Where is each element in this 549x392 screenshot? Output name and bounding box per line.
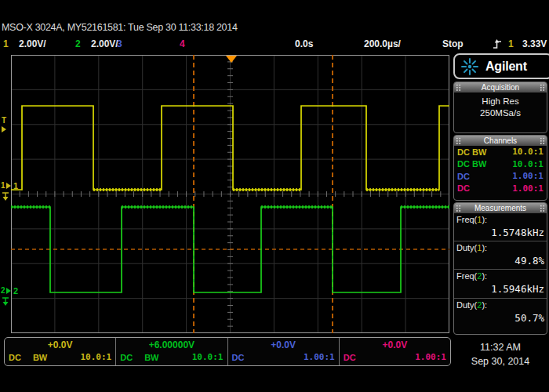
channel-probe-ratio: 10.0:1 [512, 159, 544, 169]
measurement-label: Duty(1): [456, 242, 544, 254]
waveform-display[interactable] [11, 55, 449, 333]
ch1-ground-icon [2, 192, 9, 201]
oscilloscope-screen: MSO-X 3024A, MY52161581: Tue Sep 30 11:3… [0, 0, 549, 392]
channel-row[interactable]: DC BW10.0:1 [454, 146, 547, 158]
measurement-label: Freq(2): [456, 270, 544, 282]
grip-icon [456, 84, 461, 91]
measurement-item: Freq(1):1.5748kHz [454, 213, 547, 241]
channel-bw-limit: BW [33, 353, 47, 362]
channel-coupling: DC BW [457, 147, 486, 157]
grip-icon [456, 205, 461, 212]
measurement-value: 1.5748kHz [456, 226, 544, 240]
clock: 11:32 AM Sep 30, 2014 [453, 340, 547, 368]
timebase-readout[interactable]: 200.0µs/ [364, 38, 401, 49]
trigger-level-readout[interactable]: 3.33V [522, 38, 547, 49]
channel-offset-value: +0.0V [9, 339, 111, 351]
ch1-marker-label: 1 [1, 182, 5, 190]
trigger-level-arrow-icon [2, 126, 6, 132]
trigger-source-readout[interactable]: 1 [508, 38, 514, 49]
channel-offset-value: +0.0V [344, 339, 446, 351]
channel-coupling: DC [120, 353, 133, 362]
measurement-item: Duty(1):49.8% [454, 241, 547, 270]
channel-settings-panel[interactable]: +0.0VDC1.00:1 [340, 338, 450, 365]
measurement-value: 49.8% [456, 254, 544, 268]
acquisition-header-label: Acquisition [482, 83, 519, 92]
measurement-item: Freq(2):1.5946kHz [454, 270, 547, 298]
agilent-logo-icon [460, 57, 479, 76]
brand-name: Agilent [485, 60, 527, 74]
channel-probe-ratio: 1.00:1 [304, 352, 335, 362]
channel-coupling: DC [232, 353, 245, 362]
sidebar: Agilent Acquisition High Res 250MSa/s Ch… [453, 53, 547, 333]
channel-bw-limit: BW [144, 353, 158, 362]
ch2-marker-arrow-icon [6, 288, 11, 294]
brand-box: Agilent [453, 53, 549, 79]
measurements-section: Measurements Freq(1):1.5748kHzDuty(1):49… [453, 202, 547, 335]
channel-settings-bar: +0.0VDCBW10.0:1+6.00000VDCBW10.0:1+0.0VD… [4, 337, 451, 366]
channel-coupling: DC BW [457, 159, 486, 169]
grip-icon [540, 205, 545, 212]
channel-probe-ratio: 10.0:1 [192, 352, 224, 362]
channels-header-label: Channels [484, 136, 517, 145]
channel-settings-panel[interactable]: +0.0VDCBW10.0:1 [5, 338, 116, 365]
measurement-value: 50.7% [456, 311, 544, 325]
channel-coupling: DC [344, 353, 356, 362]
grip-icon [540, 84, 545, 91]
acquisition-section: Acquisition High Res 250MSa/s [453, 82, 547, 133]
waveform-plot-area [11, 55, 449, 333]
channel-coupling: DC [457, 172, 470, 181]
trigger-level-letter: T [2, 117, 6, 125]
acquisition-header[interactable]: Acquisition [454, 82, 547, 93]
trigger-level-marker[interactable]: T [2, 117, 6, 132]
channel-offset-value: +6.00000V [120, 339, 223, 351]
clock-date: Sep 30, 2014 [453, 354, 547, 368]
ch3-number[interactable]: 3 [117, 38, 122, 49]
measurement-label: Duty(2): [456, 299, 544, 311]
ch1-scale-readout[interactable]: 2.00V/ [19, 38, 46, 49]
trigger-edge-icon [493, 38, 502, 49]
ch2-ground-marker[interactable]: 2 [1, 287, 11, 295]
channels-section: Channels DC BW10.0:1DC BW10.0:1DC1.00:1D… [453, 135, 547, 201]
channel-row[interactable]: DC BW10.0:1 [454, 158, 547, 171]
ch1-number[interactable]: 1 [3, 38, 9, 49]
channel-probe-ratio: 10.0:1 [512, 147, 544, 157]
clock-time: 11:32 AM [453, 340, 547, 354]
channels-header[interactable]: Channels [454, 136, 547, 146]
channel-probe-ratio: 1.00:1 [415, 352, 446, 362]
measurement-value: 1.5946kHz [456, 282, 544, 296]
measurements-header[interactable]: Measurements [454, 203, 547, 213]
channel-coupling: DC [9, 353, 21, 362]
ch2-scale-readout[interactable]: 2.00V/ [91, 38, 118, 49]
ch1-marker-arrow-icon [6, 183, 11, 189]
ch2-number[interactable]: 2 [75, 38, 81, 49]
channel-row[interactable]: DC1.00:1 [454, 170, 547, 183]
status-bar: 1 2.00V/ 2 2.00V/ 3 4 0.0s 200.0µs/ Stop… [0, 37, 549, 52]
acquisition-mode: High Res [454, 96, 547, 107]
measurement-item: Duty(2):50.7% [454, 299, 547, 327]
channel-row[interactable]: DC1.00:1 [454, 183, 547, 195]
channel-probe-ratio: 10.0:1 [81, 352, 112, 362]
ch1-ground-marker[interactable]: 1 [1, 182, 11, 190]
grip-icon [456, 137, 461, 144]
run-state-indicator: Stop [442, 38, 464, 49]
ch4-number[interactable]: 4 [180, 38, 185, 49]
model-serial-title: MSO-X 3024A, MY52161581: Tue Sep 30 11:3… [2, 22, 238, 33]
time-offset-readout[interactable]: 0.0s [295, 38, 313, 49]
ch2-marker-label: 2 [1, 287, 5, 295]
measurements-header-label: Measurements [474, 204, 526, 212]
sample-rate: 250MSa/s [454, 107, 547, 119]
channel-offset-value: +0.0V [232, 339, 335, 351]
ch2-ground-icon [2, 297, 9, 307]
channel-settings-panel[interactable]: +0.0VDC1.00:1 [228, 338, 340, 365]
channel-probe-ratio: 1.00:1 [512, 171, 544, 181]
channel-coupling: DC [457, 183, 470, 193]
channel-settings-panel[interactable]: +6.00000VDCBW10.0:1 [116, 338, 227, 365]
measurement-label: Freq(1): [456, 214, 544, 226]
grip-icon [540, 137, 545, 144]
channel-probe-ratio: 1.00:1 [512, 183, 544, 194]
